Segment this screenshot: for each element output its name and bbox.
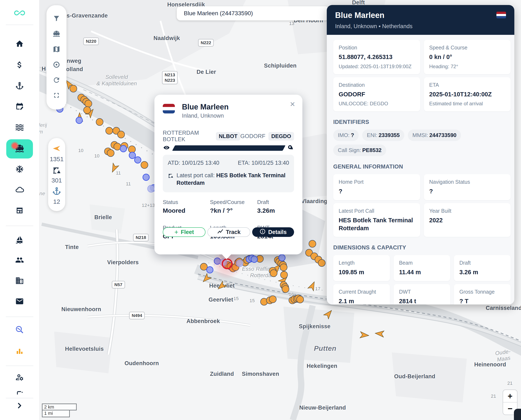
- vessel-marker-moored[interactable]: [107, 149, 114, 157]
- refresh-button[interactable]: [52, 76, 61, 85]
- basemap-button[interactable]: [52, 45, 61, 54]
- sidebar-item-partial[interactable]: [13, 388, 26, 398]
- sidebar-item-waterways[interactable]: [13, 121, 26, 135]
- vessel-marker-underway[interactable]: [307, 280, 318, 291]
- sidebar-item-ice[interactable]: [13, 163, 26, 176]
- sidebar-item-finance[interactable]: [13, 58, 26, 72]
- atd-value: ATD: 10/01/25 13:40: [168, 160, 219, 166]
- origin-port-name: ROTTERDAM BOTLEK: [163, 130, 213, 143]
- sidebar-item-home[interactable]: [13, 37, 26, 51]
- vessel-marker-moored[interactable]: [96, 118, 103, 126]
- sidebar-collapse-toggle[interactable]: [13, 399, 26, 413]
- vessel-marker-moored[interactable]: [70, 85, 77, 92]
- counter-anchorages[interactable]: 12: [52, 187, 61, 205]
- vessel-marker-underway[interactable]: [374, 328, 385, 339]
- vessel-marker-moored[interactable]: [105, 127, 113, 135]
- refresh-icon: [52, 76, 60, 85]
- card-destination: DestinationGODORFUNLOCODE: DEGDO: [333, 77, 420, 112]
- vessel-marker-moored[interactable]: [83, 106, 91, 114]
- vessel-marker-other[interactable]: [134, 156, 141, 164]
- vessel-marker-other[interactable]: [147, 185, 155, 193]
- cloud-icon: [15, 185, 24, 195]
- newspaper-icon: [15, 206, 24, 216]
- card-latest-port-call: Latest Port CallHES Botlek Tank Terminal…: [333, 203, 420, 237]
- sidebar-item-companies[interactable]: [13, 274, 26, 288]
- pill-callsign: Call Sign:PE8532: [333, 144, 386, 156]
- vessel-layer-button[interactable]: [52, 30, 61, 39]
- stat-draft: Draft3.26m: [257, 199, 294, 214]
- vessel-marker-underway[interactable]: [109, 163, 120, 173]
- voyage-progress-bar: [172, 145, 286, 151]
- calendar-edit-icon: [15, 102, 24, 112]
- mail-icon: [15, 297, 24, 307]
- vessel-marker-moored[interactable]: [117, 131, 125, 138]
- popup-vessel-subtitle: Inland, Unknown: [182, 112, 224, 119]
- sidebar-item-messages[interactable]: [13, 295, 26, 309]
- card-length: Length109.85 m: [333, 255, 390, 281]
- sidebar-item-live-map[interactable]: [6, 139, 33, 158]
- sidebar-item-weather[interactable]: [13, 183, 26, 197]
- counter-ports[interactable]: 301: [51, 165, 62, 184]
- track-line-icon: [217, 228, 223, 236]
- vessel-marker-other[interactable]: [143, 174, 150, 181]
- track-button[interactable]: Track: [207, 227, 250, 237]
- vessel-marker-moored[interactable]: [296, 296, 304, 303]
- map-icon: [52, 45, 60, 54]
- eye-icon: [163, 144, 170, 152]
- fullscreen-button[interactable]: [52, 91, 61, 100]
- vessel-marker-moored[interactable]: [141, 161, 148, 169]
- card-beam: Beam11.44 m: [394, 255, 450, 281]
- vessel-marker-moored[interactable]: [309, 240, 316, 248]
- sidebar-item-news[interactable]: [13, 204, 26, 218]
- vessel-marker-other[interactable]: [76, 117, 83, 124]
- voyage-progress: [163, 144, 294, 152]
- sidebar-item-planning[interactable]: [13, 100, 26, 114]
- home-icon: [15, 39, 24, 49]
- sidebar-item-market-insight[interactable]: [13, 323, 26, 337]
- vessel-marker-other[interactable]: [279, 254, 286, 261]
- vessel-arrow-icon: [52, 144, 61, 154]
- search-input[interactable]: [177, 6, 329, 20]
- vessel-marker-other[interactable]: [251, 256, 258, 263]
- sidebar-item-contacts[interactable]: [13, 254, 26, 267]
- vessel-marker-other[interactable]: [120, 145, 127, 152]
- vessel-marker-moored[interactable]: [280, 271, 288, 279]
- add-to-fleet-button[interactable]: +Fleet: [163, 227, 205, 237]
- zoom-in-button[interactable]: +: [503, 390, 517, 403]
- vessel-tracking-app: Honselersdijk's-GravenzandeNaaldwijkDen …: [0, 0, 521, 420]
- card-eta: ETA2025-01-10T12:40:00ZEstimated time of…: [424, 77, 511, 112]
- vessel-marker-underway[interactable]: [323, 308, 334, 319]
- section-dimensions: DIMENSIONS & CAPACITY: [333, 244, 511, 251]
- app-logo-infinity-icon[interactable]: [9, 8, 30, 18]
- vessel-marker-underway[interactable]: [359, 330, 370, 341]
- counter-moving-vessels[interactable]: 1351: [50, 144, 64, 163]
- person-gear-icon: [15, 373, 24, 382]
- corner-widget[interactable]: [514, 409, 521, 420]
- vessel-marker-moored[interactable]: [280, 264, 287, 271]
- vessel-marker-underway[interactable]: [201, 273, 212, 284]
- vessel-marker-moored[interactable]: [318, 259, 325, 267]
- vessel-marker-moored[interactable]: [85, 100, 92, 107]
- sidebar-item-analytics[interactable]: [13, 345, 26, 358]
- ship-icon: [52, 30, 60, 38]
- destination-port-code: DEGDO: [268, 132, 294, 141]
- pill-eni: ENI:2339355: [362, 129, 404, 141]
- snowflake-icon: [15, 165, 24, 174]
- sidebar-item-ports[interactable]: [13, 79, 26, 93]
- vessel-marker-moored[interactable]: [269, 295, 277, 303]
- sidebar-item-account-settings[interactable]: [13, 371, 26, 384]
- close-icon[interactable]: ✕: [290, 101, 295, 108]
- selected-vessel-marker[interactable]: [222, 258, 233, 269]
- alert-dot: [12, 143, 17, 149]
- vessel-marker-underway[interactable]: [216, 281, 227, 292]
- sidebar-item-fleet[interactable]: [13, 233, 26, 247]
- app-sidebar: [0, 0, 39, 420]
- locate-button[interactable]: [52, 60, 61, 70]
- identifier-pills: IMO:? ENI:2339355 MMSI:244733590 Call Si…: [333, 129, 511, 156]
- vessel-marker-moored[interactable]: [282, 285, 289, 293]
- info-icon: [259, 228, 266, 236]
- details-button[interactable]: Details: [252, 227, 294, 237]
- filter-button[interactable]: [52, 14, 61, 23]
- sailboat-icon: [15, 235, 24, 245]
- vessel-marker-moored[interactable]: [270, 270, 277, 277]
